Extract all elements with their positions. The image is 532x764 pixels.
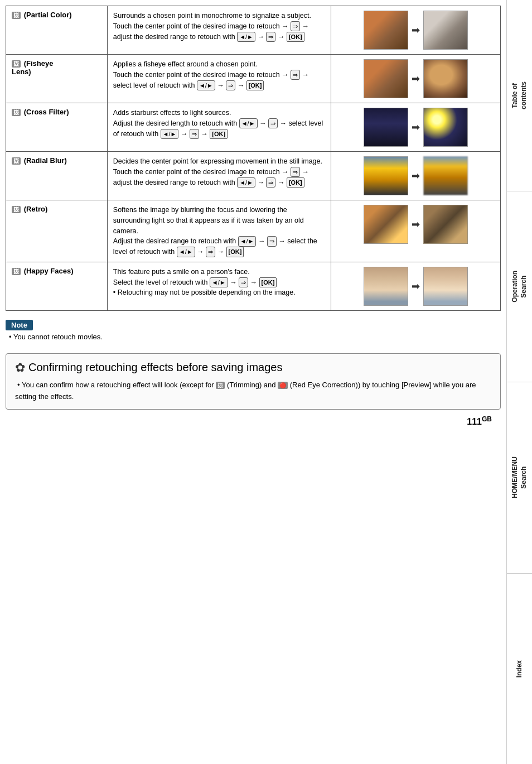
before-image-retro: [364, 205, 408, 244]
images-row: ➡: [337, 205, 495, 244]
sidebar-label-toc: Table ofcontents: [511, 79, 528, 112]
table-row: 🖼 (Cross Filter) Adds starburst effects …: [6, 103, 501, 152]
nav-button: ⇒: [266, 32, 275, 42]
confirm-title: ✿ Confirming retouching effects before s…: [15, 361, 491, 375]
ok-button-label: [OK]: [210, 129, 228, 140]
images-cell-happy-faces: ➡: [331, 262, 500, 310]
ok-button-label: [OK]: [259, 277, 277, 288]
sidebar-section-home-menu-search[interactable]: HOME/MENUSearch: [507, 382, 532, 574]
desc-text-fisheye: Applies a fisheye effect around a chosen…: [113, 60, 309, 89]
note-bullet: You cannot retouch movies.: [13, 333, 103, 341]
images-row: ➡: [337, 11, 495, 50]
desc-text-partial-color: Surrounds a chosen point in monochrome t…: [113, 12, 311, 41]
feature-cell-happy-faces: 🖼 (Happy Faces): [6, 262, 108, 310]
sidebar-section-operation-search[interactable]: OperationSearch: [507, 191, 532, 383]
images-cell-radial-blur: ➡: [331, 152, 500, 200]
feature-name-radial-blur: (Radial Blur): [24, 156, 67, 165]
images-cell-cross-filter: ➡: [331, 103, 500, 152]
nav-button: ⇒: [239, 277, 248, 288]
images-row: ➡: [337, 267, 495, 306]
before-image-cross-filter: [364, 108, 408, 147]
nav-button: ⇒: [291, 70, 300, 80]
nav-button: ⇒: [268, 118, 278, 129]
after-image-happy-faces: [423, 267, 468, 306]
images-row: ➡: [337, 108, 495, 147]
nav-button: ◄/►: [239, 118, 258, 129]
ok-button-label: [OK]: [226, 247, 244, 257]
desc-cell-fisheye: Applies a fisheye effect around a chosen…: [107, 55, 331, 103]
page-suffix: GB: [482, 415, 492, 423]
confirm-title-text: Confirming retouching effects before sav…: [28, 361, 282, 374]
note-text: • You cannot retouch movies.: [6, 333, 501, 341]
happy-faces-icon: 🖼: [12, 268, 21, 275]
nav-button: ◄/►: [161, 129, 179, 140]
trimming-icon: 🖼: [216, 382, 225, 389]
before-image-fisheye: [364, 59, 408, 98]
feature-cell-fisheye: 🖼 (FisheyeLens): [6, 55, 108, 103]
after-image-cross-filter: [423, 108, 468, 147]
nav-button: ⇒: [266, 177, 275, 188]
arrow-icon: ➡: [412, 170, 420, 182]
before-image-radial-blur: [364, 156, 408, 195]
feature-cell-partial-color: 🖼 (Partial Color): [6, 6, 108, 55]
nav-button: ◄/►: [210, 277, 228, 288]
feature-name-cross-filter: (Cross Filter): [24, 108, 69, 116]
before-image-partial-color: [364, 11, 408, 50]
after-image-retro: [423, 205, 468, 244]
table-row: 🖼 (Radial Blur) Decides the center point…: [6, 152, 501, 200]
confirm-body: • You can confirm how a retouching effec…: [15, 379, 491, 403]
ok-button-label: [OK]: [246, 80, 264, 91]
desc-text-retro: Softens the image by blurring the focus …: [113, 206, 317, 256]
sidebar-label-operation: OperationSearch: [511, 268, 528, 305]
nav-button: ⇒: [267, 236, 277, 247]
fisheye-icon: 🖼: [12, 60, 21, 68]
page-wrapper: 🖼 (Partial Color) Surrounds a chosen poi…: [0, 0, 532, 764]
nav-button: ⇒: [226, 80, 235, 91]
desc-text-cross-filter: Adds starburst effects to light sources.…: [113, 109, 323, 138]
images-row: ➡: [337, 156, 495, 195]
desc-cell-cross-filter: Adds starburst effects to light sources.…: [107, 103, 331, 152]
partial-color-icon: 🖼: [12, 12, 21, 19]
desc-text-radial-blur: Decides the center point for expressing …: [113, 157, 322, 186]
desc-cell-radial-blur: Decides the center point for expressing …: [107, 152, 331, 200]
desc-cell-partial-color: Surrounds a chosen point in monochrome t…: [107, 6, 331, 55]
ok-button-label: [OK]: [287, 177, 304, 188]
note-section: Note • You cannot retouch movies.: [6, 320, 501, 341]
arrow-icon: ➡: [412, 73, 420, 85]
arrow-icon: ➡: [412, 121, 420, 133]
desc-cell-happy-faces: This feature puts a smile on a person's …: [107, 262, 331, 310]
table-row: 🖼 (Retro) Softens the image by blurring …: [6, 200, 501, 262]
confirm-body-part1: You can confirm how a retouching effect …: [22, 381, 214, 389]
note-label: Note: [6, 320, 33, 330]
after-image-radial-blur: [423, 156, 468, 195]
desc-text-happy-faces: This feature puts a smile on a person's …: [113, 268, 296, 297]
nav-button: ◄/►: [237, 32, 255, 42]
red-eye-icon: 🔴: [278, 382, 288, 389]
arrow-icon: ➡: [412, 280, 420, 292]
feature-name-retro: (Retro): [24, 205, 48, 213]
images-cell-partial-color: ➡: [331, 6, 500, 55]
confirm-body-part2: (Trimming) and: [227, 381, 276, 389]
nav-button: ◄/►: [237, 177, 255, 188]
arrow-icon: ➡: [412, 218, 420, 230]
table-row: 🖼 (FisheyeLens) Applies a fisheye effect…: [6, 55, 501, 103]
nav-button: ⇒: [190, 129, 199, 140]
confirm-section: ✿ Confirming retouching effects before s…: [6, 353, 501, 410]
table-row: 🖼 (Partial Color) Surrounds a chosen poi…: [6, 6, 501, 55]
feature-name-partial-color: (Partial Color): [24, 11, 72, 19]
nav-button: ⇒: [291, 21, 300, 32]
after-image-fisheye: [423, 59, 468, 98]
sidebar-section-table-of-contents[interactable]: Table ofcontents: [507, 0, 532, 191]
table-row: 🖼 (Happy Faces) This feature puts a smil…: [6, 262, 501, 310]
nav-button: ⇒: [291, 167, 300, 177]
desc-cell-retro: Softens the image by blurring the focus …: [107, 200, 331, 262]
page-number-area: 111GB: [6, 410, 501, 429]
sun-icon: ✿: [15, 361, 25, 375]
page-number: 111: [467, 417, 482, 427]
feature-cell-cross-filter: 🖼 (Cross Filter): [6, 103, 108, 152]
ok-button-label: [OK]: [287, 32, 304, 42]
nav-button: ⇒: [206, 247, 215, 257]
nav-button: ◄/►: [177, 247, 195, 257]
sidebar-section-index[interactable]: Index: [507, 574, 532, 765]
retouch-table: 🖼 (Partial Color) Surrounds a chosen poi…: [6, 6, 501, 311]
